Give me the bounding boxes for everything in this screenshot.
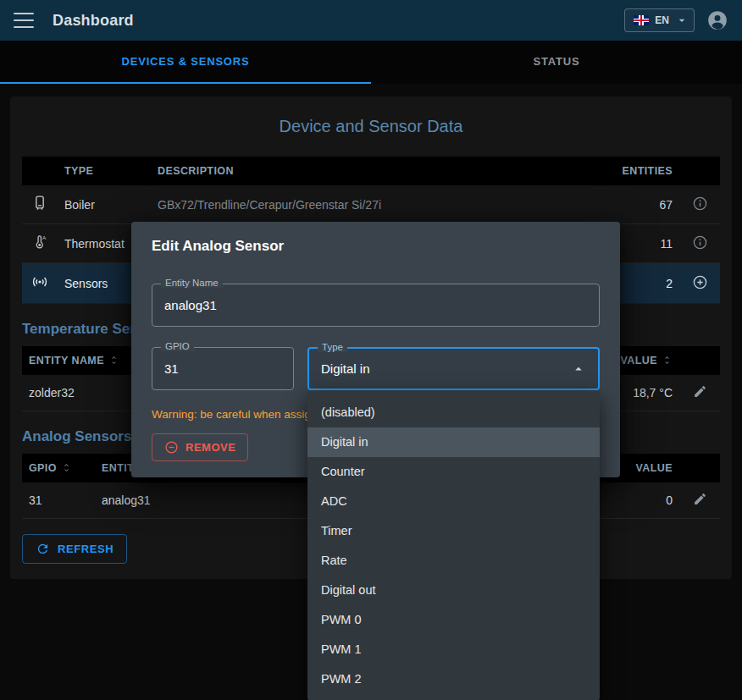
dropdown-arrow-icon bbox=[571, 361, 586, 377]
type-value: Digital in bbox=[321, 361, 370, 376]
gpio-value: 31 bbox=[164, 361, 179, 376]
page-title: Dashboard bbox=[53, 12, 134, 30]
caret-down-icon bbox=[675, 14, 689, 27]
remove-circle-icon bbox=[164, 440, 179, 455]
dialog-title: Edit Analog Sensor bbox=[131, 222, 620, 263]
boiler-icon bbox=[31, 195, 48, 212]
thermostat-icon: A bbox=[31, 234, 48, 251]
entity-name-value: analog31 bbox=[164, 298, 217, 312]
sort-icon bbox=[61, 462, 72, 473]
dropdown-option-digital-in[interactable]: Digital in bbox=[307, 427, 600, 457]
remove-label: REMOVE bbox=[186, 441, 235, 454]
gpio-field[interactable]: GPIO 31 bbox=[152, 347, 294, 390]
col-type: TYPE bbox=[58, 157, 151, 185]
dropdown-option-pwm2[interactable]: PWM 2 bbox=[307, 664, 600, 694]
dropdown-option-rate[interactable]: Rate bbox=[307, 546, 600, 576]
sort-icon bbox=[662, 355, 673, 366]
type-dropdown-menu: (disabled) Digital in Counter ADC Timer … bbox=[307, 391, 600, 700]
refresh-icon bbox=[36, 542, 50, 556]
edit-pencil-icon[interactable] bbox=[693, 384, 707, 399]
svg-text:A: A bbox=[42, 234, 47, 240]
dropdown-option-timer[interactable]: Timer bbox=[307, 516, 600, 546]
entity-name-field[interactable]: Entity Name analog31 bbox=[152, 284, 600, 327]
topbar-actions: EN bbox=[624, 8, 728, 32]
tab-devices-sensors[interactable]: DEVICES & SENSORS bbox=[0, 41, 371, 84]
entity-name-label: Entity Name bbox=[161, 278, 223, 288]
dropdown-option-adc[interactable]: ADC bbox=[307, 487, 600, 516]
col-description: DESCRIPTION bbox=[151, 157, 601, 185]
table-row-boiler[interactable]: Boiler GBx72/Trendline/Cerapur/Greenstar… bbox=[22, 185, 720, 224]
dropdown-option-disabled[interactable]: (disabled) bbox=[307, 398, 600, 427]
panel-title: Device and Sensor Data bbox=[22, 117, 720, 136]
sensor-gpio: 31 bbox=[22, 482, 95, 519]
dropdown-option-counter[interactable]: Counter bbox=[307, 457, 600, 487]
gpio-label: GPIO bbox=[161, 341, 194, 351]
type-label: Type bbox=[318, 342, 347, 352]
tab-bar: DEVICES & SENSORS STATUS bbox=[0, 41, 742, 84]
add-circle-icon[interactable] bbox=[692, 274, 708, 290]
tab-status[interactable]: STATUS bbox=[371, 41, 742, 84]
dropdown-option-digital-out[interactable]: Digital out bbox=[307, 576, 600, 605]
remove-button[interactable]: REMOVE bbox=[152, 433, 248, 461]
dropdown-option-pwm1[interactable]: PWM 1 bbox=[307, 635, 600, 664]
info-icon[interactable] bbox=[692, 234, 708, 251]
refresh-button[interactable]: REFRESH bbox=[22, 534, 127, 564]
col-entities: ENTITIES bbox=[601, 157, 679, 185]
language-selector[interactable]: EN bbox=[624, 8, 695, 32]
info-icon[interactable] bbox=[692, 196, 708, 212]
topbar: Dashboard EN bbox=[0, 0, 742, 41]
device-entities: 67 bbox=[601, 185, 679, 224]
language-label: EN bbox=[655, 14, 669, 26]
device-description: GBx72/Trendline/Cerapur/Greenstar Si/27i bbox=[151, 185, 601, 224]
dropdown-option-pwm0[interactable]: PWM 0 bbox=[307, 605, 600, 635]
col-gpio[interactable]: GPIO bbox=[22, 454, 95, 482]
devices-table-header: TYPE DESCRIPTION ENTITIES bbox=[22, 157, 720, 185]
uk-flag-icon bbox=[634, 15, 649, 25]
type-select[interactable]: Type Digital in bbox=[307, 347, 600, 390]
sensors-icon bbox=[30, 273, 49, 291]
sort-icon bbox=[108, 355, 119, 366]
device-type: Boiler bbox=[58, 185, 151, 224]
edit-pencil-icon[interactable] bbox=[693, 492, 707, 506]
refresh-label: REFRESH bbox=[58, 543, 114, 555]
menu-icon[interactable] bbox=[14, 13, 34, 28]
account-icon[interactable] bbox=[706, 9, 728, 31]
